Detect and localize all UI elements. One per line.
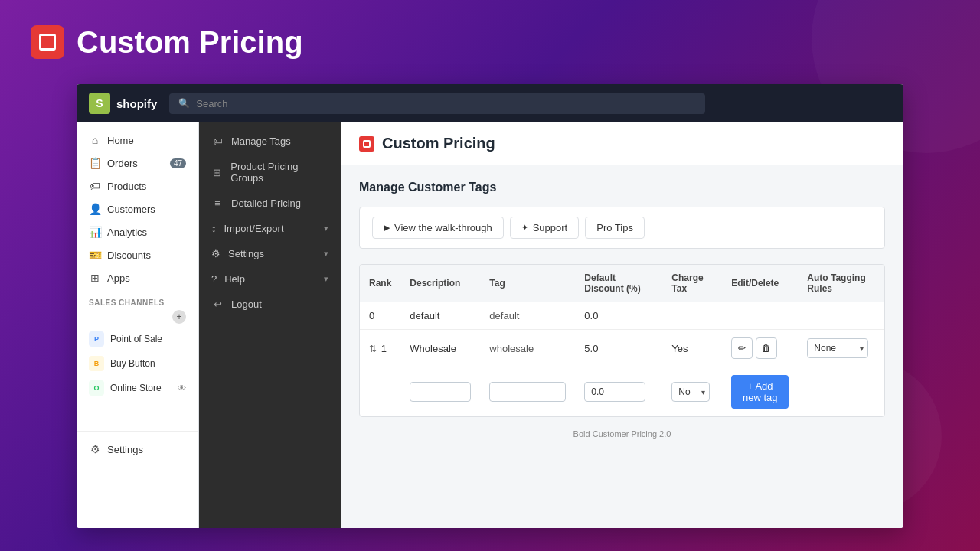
sidebar-item-customers[interactable]: 👤 Customers	[77, 197, 198, 220]
sidebar-item-home[interactable]: ⌂ Home	[77, 129, 198, 152]
pro-tips-button[interactable]: Pro Tips	[585, 217, 645, 239]
products-icon: 🏷	[89, 180, 101, 192]
buy-button-icon: B	[89, 356, 104, 371]
submenu-item-product-pricing-groups[interactable]: ⊞ Product Pricing Groups	[199, 154, 341, 191]
row0-tag: default	[480, 302, 575, 330]
sidebar-item-discounts[interactable]: 🎫 Discounts	[77, 243, 198, 266]
settings-gear-icon: ⚙	[89, 443, 101, 455]
content-area: Custom Pricing Manage Customer Tags ▶ Vi…	[341, 122, 903, 528]
new-tag-input[interactable]	[489, 382, 566, 402]
sidebar-bottom: ⚙ Settings	[77, 431, 198, 467]
new-row-discount	[575, 367, 662, 417]
top-banner: Custom Pricing	[0, 0, 980, 84]
analytics-icon: 📊	[89, 226, 101, 238]
sidebar-item-products[interactable]: 🏷 Products	[77, 174, 198, 197]
shopify-icon: S	[89, 93, 110, 114]
search-bar[interactable]: 🔍 Search	[169, 93, 705, 114]
detailed-pricing-icon: ≡	[211, 197, 224, 209]
submenu-item-import-export[interactable]: ↕ Import/Export ▾	[199, 216, 341, 241]
app-title: Custom Pricing	[77, 25, 303, 60]
submenu-item-manage-tags[interactable]: 🏷 Manage Tags	[199, 129, 341, 154]
new-row-charge-tax: No Yes	[662, 367, 722, 417]
new-row-description	[400, 367, 480, 417]
sidebar-item-settings[interactable]: ⚙ Settings	[77, 438, 198, 461]
delete-button[interactable]: 🗑	[756, 337, 777, 359]
main-row: ⌂ Home 📋 Orders 47 🏷 Products 👤 Customer…	[77, 122, 903, 528]
row0-edit-delete	[722, 302, 798, 330]
row0-charge-tax	[662, 302, 722, 330]
rank-sort-icon: ⇅	[369, 344, 377, 354]
row0-discount: 0.0	[575, 302, 662, 330]
new-charge-tax-wrapper: No Yes	[671, 382, 710, 402]
col-rank: Rank	[360, 265, 400, 302]
add-channel-button[interactable]: +	[172, 310, 186, 324]
submenu-settings-icon: ⚙	[211, 248, 220, 259]
add-new-tag-button[interactable]: + Add new tag	[731, 375, 789, 409]
new-row-tag	[480, 367, 575, 417]
online-store-eye-icon: 👁	[178, 383, 186, 393]
new-row-actions: + Add new tag	[722, 367, 798, 417]
content-body: Manage Customer Tags ▶ View the walk-thr…	[341, 165, 903, 466]
sales-channels-title: SALES CHANNELS	[77, 289, 198, 310]
new-row-rank	[360, 367, 400, 417]
top-nav: S shopify 🔍 Search	[77, 84, 903, 122]
pricing-table: Rank Description Tag Default Discount (%…	[359, 264, 885, 417]
sidebar-item-orders[interactable]: 📋 Orders 47	[77, 152, 198, 174]
row1-edit-delete: ✏ 🗑	[722, 330, 798, 367]
point-of-sale-icon: P	[89, 331, 104, 347]
walkthrough-button[interactable]: ▶ View the walk-through	[372, 217, 504, 239]
new-row: No Yes + Add new tag	[360, 367, 884, 417]
sidebar-item-buy-button[interactable]: B Buy Button	[77, 351, 198, 376]
sidebar-item-apps[interactable]: ⊞ Apps	[77, 266, 198, 289]
auto-tagging-select[interactable]: None	[807, 338, 868, 358]
support-icon: ✦	[521, 223, 528, 233]
new-charge-tax-select[interactable]: No Yes	[671, 382, 710, 402]
admin-container: S shopify 🔍 Search ⌂ Home 📋 Orders 47 🏷 …	[77, 84, 903, 528]
walkthrough-icon: ▶	[384, 223, 390, 233]
row1-charge-tax: Yes	[662, 330, 722, 367]
col-tag: Tag	[480, 265, 575, 302]
row1-description: Wholesale	[400, 330, 480, 367]
shopify-logo: S shopify	[89, 93, 157, 114]
online-store-icon: O	[89, 380, 104, 396]
page-header-icon	[359, 136, 374, 152]
action-bar: ▶ View the walk-through ✦ Support Pro Ti…	[359, 207, 885, 249]
sidebar-item-point-of-sale[interactable]: P Point of Sale	[77, 327, 198, 351]
help-arrow: ▾	[324, 274, 328, 284]
shopify-text: shopify	[116, 97, 157, 110]
table-row: ⇅ ⇅ 11 Wholesale wholesale 5.0 Yes ✏ 🗑	[360, 330, 884, 367]
edit-button[interactable]: ✏	[731, 337, 753, 359]
submenu-item-settings[interactable]: ⚙ Settings ▾	[199, 241, 341, 266]
page-title: Custom Pricing	[382, 135, 495, 152]
home-icon: ⌂	[89, 134, 101, 146]
discounts-icon: 🎫	[89, 249, 101, 261]
customers-icon: 👤	[89, 203, 101, 215]
submenu-item-logout[interactable]: ↩ Logout	[199, 292, 341, 317]
submenu-item-detailed-pricing[interactable]: ≡ Detailed Pricing	[199, 191, 341, 216]
import-export-arrow: ▾	[324, 223, 328, 233]
support-button[interactable]: ✦ Support	[510, 217, 580, 239]
sidebar-item-online-store[interactable]: O Online Store 👁	[77, 376, 198, 400]
col-charge-tax: Charge Tax	[662, 265, 722, 302]
apps-icon: ⊞	[89, 272, 101, 284]
orders-badge: 47	[170, 158, 186, 168]
section-title: Manage Customer Tags	[359, 181, 885, 194]
submenu-item-help[interactable]: ? Help ▾	[199, 266, 341, 292]
help-icon: ?	[211, 273, 217, 285]
new-discount-input[interactable]	[584, 382, 645, 402]
app-icon-inner	[39, 34, 56, 51]
new-description-input[interactable]	[410, 382, 471, 402]
import-export-icon: ↕	[211, 223, 217, 234]
col-discount: Default Discount (%)	[575, 265, 662, 302]
search-placeholder: Search	[196, 98, 227, 109]
auto-tagging-select-wrapper: None	[807, 338, 868, 358]
row1-rank: ⇅ ⇅ 11	[360, 330, 400, 367]
col-description: Description	[400, 265, 480, 302]
col-edit-delete: Edit/Delete	[722, 265, 798, 302]
footer-text: Bold Customer Pricing 2.0	[573, 429, 671, 439]
row1-auto-tagging: None	[798, 330, 884, 367]
sidebar-item-analytics[interactable]: 📊 Analytics	[77, 220, 198, 243]
sidebar: ⌂ Home 📋 Orders 47 🏷 Products 👤 Customer…	[77, 122, 199, 528]
manage-tags-icon: 🏷	[211, 135, 224, 147]
orders-icon: 📋	[89, 157, 101, 169]
